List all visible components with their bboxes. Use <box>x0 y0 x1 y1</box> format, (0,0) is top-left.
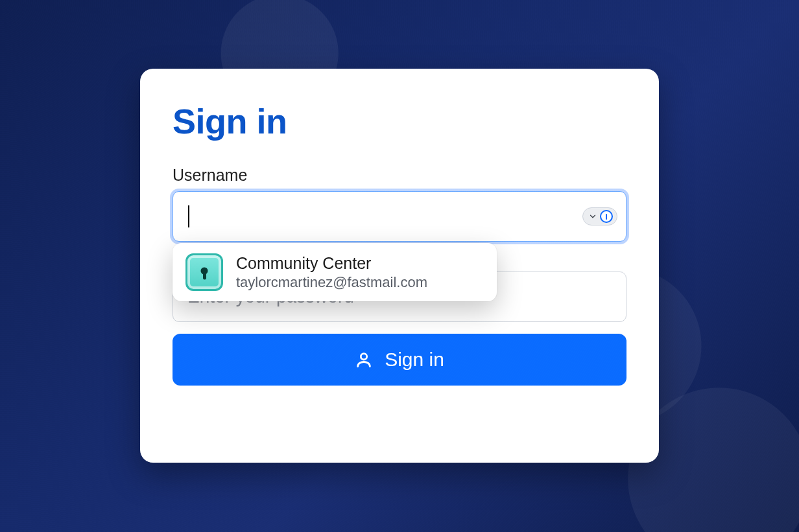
username-field-wrap: Community Center taylorcmartinez@fastmai… <box>173 191 626 242</box>
page-title: Sign in <box>173 101 626 141</box>
autofill-text: Community Center taylorcmartinez@fastmai… <box>236 253 427 291</box>
text-caret <box>188 205 189 227</box>
signin-button-label: Sign in <box>385 349 444 371</box>
username-label: Username <box>173 166 626 185</box>
onepassword-icon <box>600 210 613 223</box>
autofill-site-name: Community Center <box>236 253 427 273</box>
autofill-suggestion[interactable]: Community Center taylorcmartinez@fastmai… <box>173 243 497 301</box>
lock-icon <box>185 253 223 291</box>
autofill-username: taylorcmartinez@fastmail.com <box>236 274 427 291</box>
chevron-down-icon <box>588 212 597 221</box>
username-input[interactable] <box>173 191 626 242</box>
signin-card: Sign in Username Community Center taylor… <box>140 69 659 463</box>
password-manager-pill[interactable] <box>582 207 617 226</box>
svg-point-0 <box>361 354 366 360</box>
person-icon <box>355 351 373 369</box>
signin-button[interactable]: Sign in <box>173 334 626 386</box>
